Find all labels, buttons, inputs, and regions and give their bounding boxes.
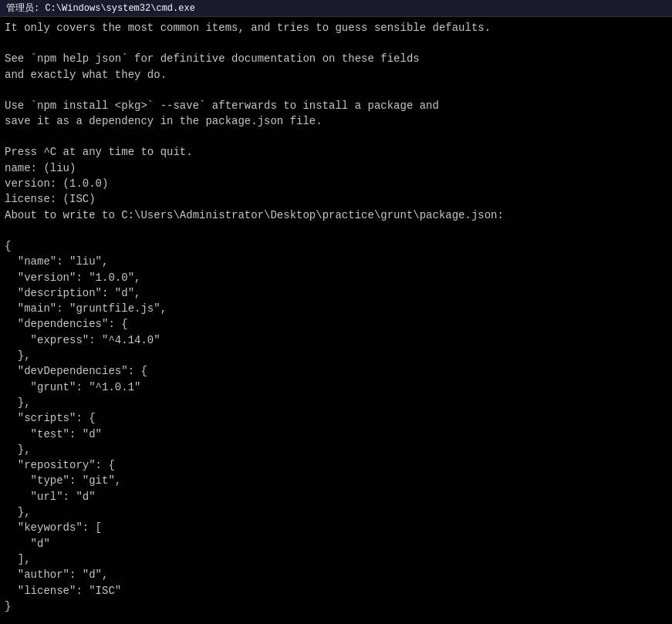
terminal-line: version: (1.0.0): [5, 176, 667, 191]
terminal-line: "repository": {: [5, 457, 667, 473]
terminal-empty-line: [5, 35, 667, 51]
terminal-line: Use `npm install <pkg>` --save` afterwar…: [5, 98, 667, 113]
terminal-line: "name": "liu",: [5, 254, 667, 269]
title-bar-text: 管理员: C:\Windows\system32\cmd.exe: [6, 2, 195, 15]
terminal-line: "url": "d": [5, 489, 667, 504]
terminal-line: "license": "ISC": [5, 583, 667, 599]
terminal-line: "description": "d",: [5, 285, 667, 301]
terminal-line: It only covers the most common items, an…: [5, 20, 667, 35]
terminal-line: Press ^C at any time to quit.: [5, 144, 667, 160]
terminal-line: "devDependencies": {: [5, 363, 667, 379]
terminal-empty-line: [5, 223, 667, 238]
terminal-line: "grunt": "^1.0.1": [5, 379, 667, 395]
terminal-empty-line: [5, 129, 667, 144]
terminal-line: ],: [5, 551, 667, 567]
terminal-line: and exactly what they do.: [5, 67, 667, 83]
terminal-line: },: [5, 348, 667, 363]
terminal-line: "keywords": [: [5, 520, 667, 535]
terminal-empty-line: [5, 614, 667, 624]
terminal-line: license: (ISC): [5, 191, 667, 207]
title-bar: 管理员: C:\Windows\system32\cmd.exe: [0, 0, 672, 17]
terminal-line: }: [5, 599, 667, 614]
terminal-line: save it as a dependency in the package.j…: [5, 113, 667, 129]
terminal-line: See `npm help json` for definitive docum…: [5, 51, 667, 66]
terminal-line: name: (liu): [5, 160, 667, 176]
terminal-line: {: [5, 238, 667, 254]
terminal-line: "main": "gruntfile.js",: [5, 301, 667, 316]
terminal-line: "express": "^4.14.0": [5, 332, 667, 348]
terminal-line: },: [5, 504, 667, 520]
terminal-line: About to write to C:\Users\Administrator…: [5, 207, 667, 223]
terminal-line: "d": [5, 536, 667, 551]
terminal-line: "type": "git",: [5, 473, 667, 488]
terminal-empty-line: [5, 83, 667, 98]
terminal-line: "dependencies": {: [5, 316, 667, 332]
terminal-line: "test": "d": [5, 427, 667, 442]
terminal-line: },: [5, 395, 667, 410]
terminal-line: "version": "1.0.0",: [5, 270, 667, 285]
terminal-line: },: [5, 442, 667, 457]
terminal-body[interactable]: It only covers the most common items, an…: [0, 17, 672, 624]
terminal-line: "author": "d",: [5, 567, 667, 582]
terminal-line: "scripts": {: [5, 410, 667, 426]
